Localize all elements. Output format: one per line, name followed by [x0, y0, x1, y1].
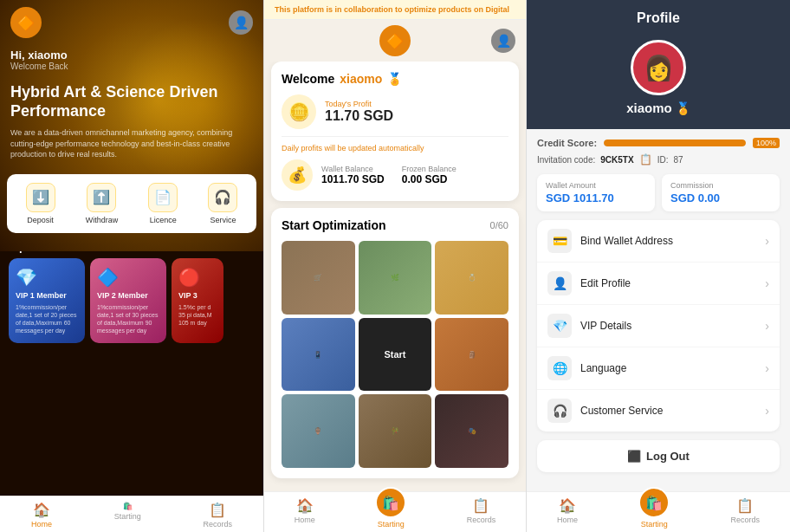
profile-avatar: 👩 [631, 40, 686, 95]
profile-bottom-nav: 🏠 Home 🛍️ Starting 📋 Records [527, 491, 790, 532]
profit-icon: 🪙 [282, 94, 316, 129]
credit-score-row: Credit Score: 100% [537, 138, 780, 148]
balance-icon: 💰 [282, 159, 313, 191]
withdraw-label: Withdraw [86, 216, 119, 224]
hi-text: Hi, xiaomo [10, 49, 253, 62]
profile-starting-circle: 🛍️ [638, 487, 670, 518]
language-icon: 🌐 [547, 356, 572, 380]
hero-description: We are a data-driven omnichannel marketi… [10, 127, 253, 160]
profile-nav-records[interactable]: 📋 Records [730, 497, 760, 529]
nav-records[interactable]: 📋 Records [204, 502, 233, 529]
logout-label: Log Out [646, 450, 690, 463]
collab-highlight: Digital [486, 5, 510, 14]
wallet-amount-label: Wallet Amount [546, 181, 646, 190]
collab-text: This platform is in collaboration to opt… [275, 5, 483, 14]
licence-action[interactable]: 📄 Licence [148, 183, 178, 224]
vip-details-item[interactable]: 💎 VIP Details › [537, 305, 780, 347]
deposit-label: Deposit [27, 216, 54, 224]
start-optimization-button[interactable]: Start [359, 318, 432, 392]
language-arrow: › [765, 361, 769, 375]
profile-menu-list: 💳 Bind Wallet Address › 👤 Edit Profile ›… [537, 220, 780, 431]
vip1-icon: 💎 [16, 267, 78, 288]
vip-card-2[interactable]: 🔷 VIP 2 Member 1%commission/per date,1 s… [90, 258, 166, 343]
product-cell-9[interactable]: 🎭 [435, 394, 508, 468]
vip3-desc: 1.5%c per d 35 pi data,M 105 m day [178, 303, 217, 327]
logout-button[interactable]: ⬛ Log Out [537, 440, 780, 472]
profile-records-label: Records [730, 516, 760, 524]
product-cell-3[interactable]: 💍 [435, 241, 508, 315]
edit-profile-item[interactable]: 👤 Edit Profile › [537, 263, 780, 305]
profile-body: Credit Score: 100% Invitation code: 9CK5… [527, 129, 790, 491]
product-cell-7[interactable]: 🏺 [282, 394, 355, 468]
profile-title: Profile [541, 10, 776, 33]
product-cell-1[interactable]: 🛒 [282, 241, 355, 315]
wallet-value: 1011.70 SGD [321, 173, 385, 185]
product-cell-4[interactable]: 📱 [282, 318, 355, 392]
bind-wallet-item[interactable]: 💳 Bind Wallet Address › [537, 220, 780, 263]
opt-count: 0/60 [490, 220, 508, 230]
wallet-balance: Wallet Balance 1011.70 SGD [321, 165, 385, 185]
welcome-card: Welcome xiaomo 🏅 🪙 Today's Profit 11.70 … [271, 62, 519, 201]
withdraw-action[interactable]: ⬆️ Withdraw [86, 183, 119, 224]
starting-nav-home[interactable]: 🏠 Home [295, 497, 315, 529]
starting-nav-label: Starting [114, 512, 141, 521]
product-cell-2[interactable]: 🌿 [359, 241, 432, 315]
vip3-icon: 🔴 [178, 267, 217, 288]
frozen-balance: Frozen Balance 0.00 SGD [402, 165, 457, 185]
starting-nav-records[interactable]: 📋 Records [467, 497, 496, 529]
product-cell-8[interactable]: 🎋 [359, 394, 432, 468]
licence-label: Licence [150, 216, 177, 224]
vip-details-label: VIP Details [580, 320, 765, 332]
product-cell-6[interactable]: 🗿 [435, 318, 508, 392]
bind-wallet-icon: 💳 [547, 229, 572, 253]
credit-label: Credit Score: [537, 138, 597, 148]
copy-icon[interactable]: 📋 [639, 153, 652, 165]
home-panel: 🔶 👤 Hi, xiaomo Welcome Back Hybrid Art &… [0, 0, 263, 532]
deposit-icon: ⬇️ [26, 183, 55, 212]
records-nav-label2: Records [467, 516, 496, 524]
profile-nav-starting[interactable]: 🛍️ Starting [638, 497, 670, 529]
hero-content: Hybrid Art & Science Driven Performance … [0, 75, 263, 167]
nav-starting[interactable]: 🛍️ Starting [114, 502, 141, 529]
welcome-badge: 🏅 [387, 72, 402, 86]
vip3-name: VIP 3 [178, 291, 217, 300]
starting-nav-starting[interactable]: 🛍️ Starting [375, 497, 406, 529]
starting-nav-label2: Starting [378, 520, 405, 529]
vip-details-icon: 💎 [547, 314, 572, 338]
invite-code-value: 9CK5TX [600, 155, 633, 165]
starting-nav-circle: 🛍️ [123, 502, 133, 510]
vip2-icon: 🔷 [97, 267, 159, 288]
home-nav-label2: Home [295, 516, 315, 524]
deposit-action[interactable]: ⬇️ Deposit [26, 183, 55, 224]
profile-home-icon: 🏠 [559, 497, 576, 514]
vip-cards-container: 💎 VIP 1 Member 1%commission/per date,1 s… [9, 258, 255, 343]
customer-service-item[interactable]: 🎧 Customer Service › [537, 390, 780, 431]
profile-nav-home[interactable]: 🏠 Home [557, 497, 578, 529]
profile-home-label: Home [557, 516, 578, 524]
credit-bar-container [604, 139, 746, 146]
edit-profile-label: Edit Profile [580, 277, 765, 289]
wallet-amount-value: SGD 1011.70 [546, 191, 646, 204]
service-action[interactable]: 🎧 Service [208, 183, 237, 224]
nav-home[interactable]: 🏠 Home [31, 502, 52, 529]
auto-update-text: Daily profits will be updated automatica… [282, 144, 508, 152]
welcome-top-row: Welcome xiaomo 🏅 [282, 72, 508, 86]
balance-info: Wallet Balance 1011.70 SGD Frozen Balanc… [321, 165, 457, 185]
starting-avatar[interactable]: 👤 [491, 29, 515, 53]
profile-username-text: xiaomo [626, 101, 672, 115]
commission-label: Commission [670, 181, 771, 190]
customer-service-icon: 🎧 [547, 399, 572, 423]
app-logo: 🔶 [10, 7, 42, 38]
frozen-value: 0.00 SGD [402, 173, 457, 185]
starting-main-content: Welcome xiaomo 🏅 🪙 Today's Profit 11.70 … [264, 62, 526, 491]
vip-card-3[interactable]: 🔴 VIP 3 1.5%c per d 35 pi data,M 105 m d… [172, 258, 223, 343]
vip-card-1[interactable]: 💎 VIP 1 Member 1%commission/per date,1 s… [9, 258, 85, 343]
edit-profile-arrow: › [765, 276, 769, 290]
language-item[interactable]: 🌐 Language › [537, 347, 780, 390]
bind-wallet-label: Bind Wallet Address [580, 235, 765, 247]
balance-row: 💰 Wallet Balance 1011.70 SGD Frozen Bala… [282, 159, 508, 191]
user-avatar[interactable]: 👤 [229, 10, 253, 35]
vip1-name: VIP 1 Member [16, 291, 78, 300]
profile-header: Profile 👩 xiaomo 🏅 [527, 0, 790, 129]
starting-top-bar: 🔶 👤 [264, 20, 526, 62]
